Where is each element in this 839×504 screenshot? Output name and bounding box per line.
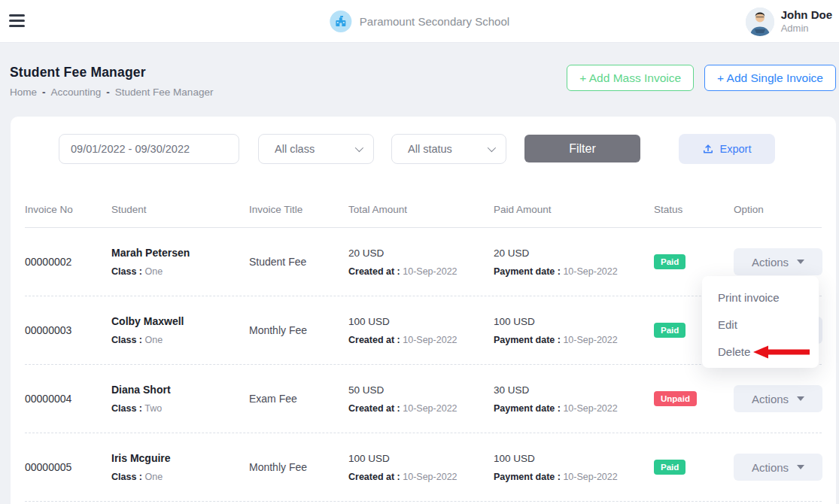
- date-range-input[interactable]: 09/01/2022 - 09/30/2022: [59, 134, 239, 164]
- chevron-down-icon: [355, 144, 363, 152]
- created-at-value: 10-Sep-2022: [403, 335, 457, 345]
- col-header-invoice-title: Invoice Title: [249, 204, 348, 215]
- invoice-no: 00000002: [25, 256, 111, 268]
- breadcrumb-home[interactable]: Home: [10, 87, 37, 98]
- actions-label: Actions: [752, 393, 789, 405]
- class-label: Class :: [111, 266, 142, 277]
- caret-down-icon: [797, 396, 804, 401]
- status-badge: Paid: [654, 254, 685, 269]
- student-name: Colby Maxwell: [111, 315, 249, 327]
- breadcrumb-current: Student Fee Manager: [115, 87, 214, 98]
- avatar: [746, 8, 774, 36]
- export-button[interactable]: Export: [679, 134, 775, 164]
- user-menu[interactable]: John Doe Admin: [746, 0, 832, 43]
- school-icon: [330, 11, 351, 32]
- created-at-value: 10-Sep-2022: [403, 403, 457, 414]
- col-header-option: Option: [734, 204, 822, 215]
- page-title: Student Fee Manager: [10, 65, 213, 80]
- col-header-status: Status: [654, 204, 734, 215]
- breadcrumb-separator: -: [42, 87, 46, 98]
- total-amount: 100 USD: [348, 316, 494, 327]
- payment-date-value: 10-Sep-2022: [563, 335, 617, 345]
- created-at-label: Created at :: [348, 403, 400, 414]
- caret-down-icon: [797, 260, 804, 264]
- total-amount: 100 USD: [348, 453, 494, 464]
- col-header-paid-amount: Paid Amount: [494, 204, 654, 215]
- invoice-title: Student Fee: [249, 256, 348, 268]
- menu-item-edit[interactable]: Edit: [702, 311, 819, 338]
- student-name: Marah Petersen: [111, 247, 249, 259]
- status-badge: Paid: [654, 323, 685, 338]
- table-row: 00000005 Iris Mcguire Class : One Monthl…: [25, 433, 822, 502]
- paid-amount: 20 USD: [494, 247, 654, 259]
- col-header-total-amount: Total Amount: [348, 204, 494, 215]
- class-label: Class :: [111, 472, 142, 482]
- invoice-no: 00000005: [25, 461, 111, 473]
- payment-date-label: Payment date :: [494, 472, 561, 482]
- user-role: Admin: [781, 23, 832, 35]
- school-name: Paramount Secondary School: [360, 15, 509, 28]
- created-at-value: 10-Sep-2022: [403, 266, 457, 277]
- menu-item-print-invoice[interactable]: Print invoice: [702, 284, 819, 311]
- annotation-arrow-icon: [752, 345, 811, 359]
- status-badge: Unpaid: [654, 391, 697, 406]
- invoice-title: Monthly Fee: [249, 324, 348, 336]
- actions-button[interactable]: Actions: [734, 385, 822, 412]
- page-head: Student Fee Manager Home - Accounting - …: [10, 65, 836, 98]
- invoice-no: 00000004: [25, 393, 111, 405]
- class-value: One: [144, 472, 163, 482]
- hamburger-menu-icon[interactable]: [9, 14, 25, 28]
- payment-date-value: 10-Sep-2022: [563, 472, 617, 482]
- export-label: Export: [720, 143, 752, 155]
- status-filter-select[interactable]: All status: [391, 134, 506, 164]
- paid-amount: 30 USD: [494, 384, 654, 396]
- status-badge: Paid: [654, 460, 685, 475]
- actions-button[interactable]: Actions: [734, 248, 822, 275]
- filter-button[interactable]: Filter: [524, 135, 640, 162]
- breadcrumb: Home - Accounting - Student Fee Manager: [10, 87, 213, 98]
- filter-bar: 09/01/2022 - 09/30/2022 All class All st…: [59, 134, 775, 164]
- invoice-title: Monthly Fee: [249, 461, 348, 473]
- payment-date-label: Payment date :: [494, 335, 561, 345]
- created-at-value: 10-Sep-2022: [403, 472, 457, 482]
- payment-date-value: 10-Sep-2022: [563, 403, 617, 414]
- caret-down-icon: [797, 465, 804, 469]
- class-value: Two: [144, 403, 162, 414]
- chevron-down-icon: [488, 144, 496, 152]
- invoice-title: Exam Fee: [249, 393, 348, 405]
- col-header-student: Student: [111, 204, 249, 215]
- status-filter-value: All status: [408, 143, 452, 155]
- class-label: Class :: [111, 335, 142, 345]
- payment-date-label: Payment date :: [494, 403, 561, 414]
- class-filter-value: All class: [275, 143, 315, 155]
- total-amount: 50 USD: [348, 384, 494, 396]
- total-amount: 20 USD: [348, 247, 494, 259]
- created-at-label: Created at :: [348, 335, 400, 345]
- paid-amount: 100 USD: [494, 453, 654, 464]
- created-at-label: Created at :: [348, 266, 400, 277]
- breadcrumb-separator: -: [106, 87, 110, 98]
- school-brand: Paramount Secondary School: [330, 0, 509, 43]
- actions-button[interactable]: Actions: [734, 454, 822, 481]
- payment-date-value: 10-Sep-2022: [563, 266, 617, 277]
- upload-icon: [703, 144, 713, 154]
- breadcrumb-accounting[interactable]: Accounting: [51, 87, 102, 98]
- add-mass-invoice-button[interactable]: + Add Mass Invoice: [567, 65, 694, 91]
- created-at-label: Created at :: [348, 472, 400, 482]
- student-name: Diana Short: [111, 384, 249, 396]
- table-header-row: Invoice No Student Invoice Title Total A…: [25, 192, 822, 228]
- class-value: One: [144, 266, 163, 277]
- class-filter-select[interactable]: All class: [258, 134, 374, 164]
- top-bar: Paramount Secondary School John Doe Admi…: [0, 0, 839, 43]
- table-row: 00000004 Diana Short Class : Two Exam Fe…: [25, 365, 822, 433]
- paid-amount: 100 USD: [494, 316, 654, 327]
- class-label: Class :: [111, 403, 142, 414]
- col-header-invoice-no: Invoice No: [25, 204, 111, 215]
- actions-label: Actions: [752, 461, 789, 474]
- invoice-no: 00000003: [25, 324, 111, 336]
- payment-date-label: Payment date :: [494, 266, 561, 277]
- add-single-invoice-button[interactable]: + Add Single Invoice: [704, 65, 836, 91]
- class-value: One: [144, 335, 163, 345]
- user-name: John Doe: [781, 8, 832, 23]
- student-name: Iris Mcguire: [111, 452, 249, 464]
